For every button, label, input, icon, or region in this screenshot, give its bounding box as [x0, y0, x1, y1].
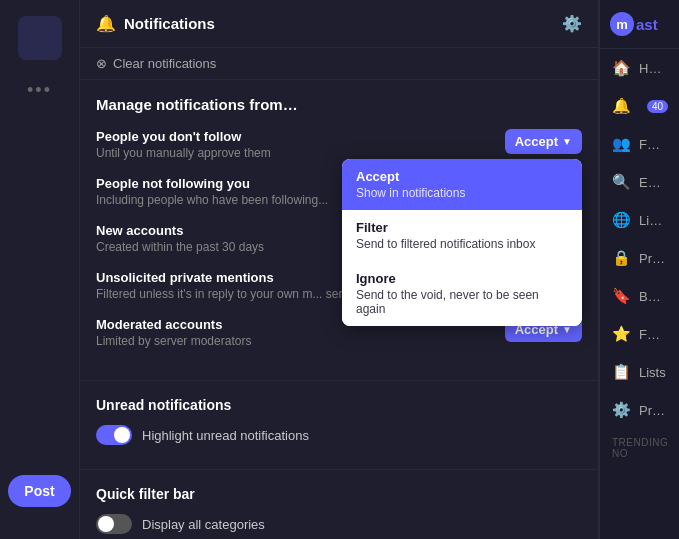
bookmarks-icon: 🔖 [612, 287, 631, 305]
live-icon: 🌐 [612, 211, 631, 229]
option-desc-filter: Send to filtered notifications inbox [356, 237, 568, 251]
item-label-no-follow: People you don't follow [96, 129, 271, 144]
trending-label: TRENDING NO [600, 429, 679, 463]
sidebar-item-home[interactable]: 🏠 Home [600, 49, 679, 87]
sidebar-item-follow[interactable]: 👥 Follow [600, 125, 679, 163]
logo-text: ast [636, 16, 658, 33]
manage-section: Manage notifications from… People you do… [80, 80, 598, 380]
home-icon: 🏠 [612, 59, 631, 77]
sidebar-item-favorites[interactable]: ⭐ Favori [600, 315, 679, 353]
post-button[interactable]: Post [8, 475, 70, 507]
sidebar-item-lists[interactable]: 📋 Lists [600, 353, 679, 391]
mastodon-logo: m ast [600, 12, 679, 49]
favorites-icon: ⭐ [612, 325, 631, 343]
sidebar-item-live[interactable]: 🌐 Live fe [600, 201, 679, 239]
quick-filter-section: Quick filter bar Display all categories [80, 469, 598, 539]
page-title: Notifications [124, 15, 215, 32]
display-all-toggle[interactable] [96, 514, 132, 534]
follow-icon: 👥 [612, 135, 631, 153]
chevron-down-icon: ▼ [562, 136, 572, 147]
dropdown-filter-option[interactable]: Filter Send to filtered notifications in… [342, 210, 582, 261]
item-desc-not-following: Including people who have been following… [96, 193, 376, 207]
notifications-header: 🔔 Notifications ⚙️ [80, 0, 598, 48]
preferences-icon: ⚙️ [612, 401, 631, 419]
accept-dropdown-menu: Accept Show in notifications Filter Send… [342, 159, 582, 326]
option-title-filter: Filter [356, 220, 568, 235]
item-desc-no-follow: Until you manually approve them [96, 146, 271, 160]
toggle-thumb [114, 427, 130, 443]
preferences-label: Prefer [639, 403, 667, 418]
bookmarks-label: Bookm [639, 289, 667, 304]
display-all-toggle-row: Display all categories [96, 514, 582, 534]
clear-label: Clear notifications [113, 56, 216, 71]
notifications-title: 🔔 Notifications [96, 14, 215, 33]
clear-notifications-button[interactable]: ⊗ Clear notifications [80, 48, 598, 80]
explore-icon: 🔍 [612, 173, 631, 191]
highlight-toggle[interactable] [96, 425, 132, 445]
item-desc-moderated: Limited by server moderators [96, 334, 251, 348]
private-icon: 🔒 [612, 249, 631, 267]
left-sidebar: ••• Post [0, 0, 80, 539]
notification-badge: 40 [647, 100, 668, 113]
accept-dropdown-no-follow[interactable]: Accept ▼ [505, 129, 582, 154]
toggle-thumb-2 [98, 516, 114, 532]
sidebar-item-bookmarks[interactable]: 🔖 Bookm [600, 277, 679, 315]
lists-label: Lists [639, 365, 666, 380]
unread-title: Unread notifications [96, 397, 582, 413]
logo-icon: m [610, 12, 634, 36]
main-content: 🔔 Notifications ⚙️ ⊗ Clear notifications… [80, 0, 599, 539]
unread-section: Unread notifications Highlight unread no… [80, 380, 598, 469]
lists-icon: 📋 [612, 363, 631, 381]
option-title-accept: Accept [356, 169, 568, 184]
quick-filter-title: Quick filter bar [96, 486, 582, 502]
dropdown-ignore-option[interactable]: Ignore Send to the void, never to be see… [342, 261, 582, 326]
highlight-label: Highlight unread notifications [142, 428, 309, 443]
avatar [18, 16, 62, 60]
home-label: Home [639, 61, 667, 76]
favorites-label: Favori [639, 327, 667, 342]
option-title-ignore: Ignore [356, 271, 568, 286]
clear-icon: ⊗ [96, 56, 107, 71]
item-label-moderated: Moderated accounts [96, 317, 251, 332]
sidebar-item-preferences[interactable]: ⚙️ Prefer [600, 391, 679, 429]
sidebar-item-explore[interactable]: 🔍 Explor [600, 163, 679, 201]
item-desc-unsolicited: Filtered unless it's in reply to your ow… [96, 287, 376, 301]
more-dots[interactable]: ••• [27, 80, 52, 101]
bell-icon: 🔔 [96, 14, 116, 33]
sidebar-item-notifications[interactable]: 🔔 Notific 40 [600, 87, 679, 125]
notification-icon: 🔔 [612, 97, 631, 115]
item-desc-new-accounts: Created within the past 30 days [96, 240, 376, 254]
option-desc-ignore: Send to the void, never to be seen again [356, 288, 568, 316]
option-desc-accept: Show in notifications [356, 186, 568, 200]
private-label: Private [639, 251, 667, 266]
sidebar-item-private[interactable]: 🔒 Private [600, 239, 679, 277]
highlight-toggle-row: Highlight unread notifications [96, 425, 582, 445]
display-all-label: Display all categories [142, 517, 265, 532]
notification-item-no-follow: People you don't follow Until you manual… [96, 129, 582, 160]
gear-icon[interactable]: ⚙️ [562, 14, 582, 33]
right-sidebar: m ast 🏠 Home 🔔 Notific 40 👥 Follow 🔍 Exp… [599, 0, 679, 539]
manage-title: Manage notifications from… [96, 96, 582, 113]
dropdown-accept-option[interactable]: Accept Show in notifications [342, 159, 582, 210]
follow-label: Follow [639, 137, 667, 152]
live-label: Live fe [639, 213, 667, 228]
explore-label: Explor [639, 175, 667, 190]
